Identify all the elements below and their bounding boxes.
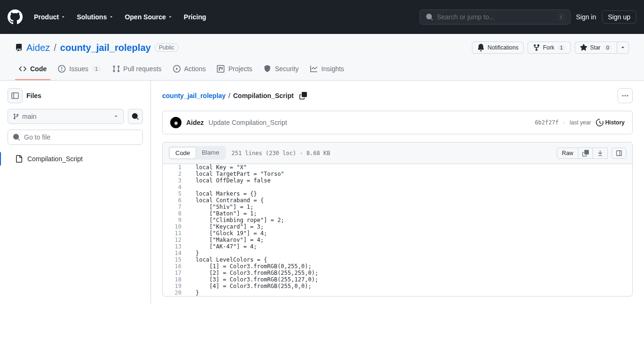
github-logo-icon[interactable] xyxy=(8,9,23,25)
star-button[interactable]: Star 0 xyxy=(575,41,617,54)
code-line[interactable]: 16 [1] = Color3.fromRGB(0,255,0); xyxy=(163,263,632,270)
code-line[interactable]: 11 ["Glock 19"] = 4; xyxy=(163,230,632,237)
code-line[interactable]: 3local OffDelay = false xyxy=(163,177,632,184)
avatar[interactable]: ◉ xyxy=(170,117,182,128)
line-number[interactable]: 14 xyxy=(163,250,191,256)
code-line[interactable]: 1local Key = "X" xyxy=(163,164,632,171)
code-line[interactable]: 2local TargetPart = "Torso" xyxy=(163,171,632,177)
fork-count: 1 xyxy=(557,45,566,50)
copy-raw-button[interactable] xyxy=(578,148,593,159)
issues-count: 1 xyxy=(92,66,100,72)
code-line[interactable]: 13 ["AK-47"] = 4; xyxy=(163,243,632,250)
star-dropdown[interactable] xyxy=(617,41,629,54)
code-line[interactable]: 6local Contraband = { xyxy=(163,197,632,204)
history-link[interactable]: History xyxy=(596,119,625,126)
blame-view-tab[interactable]: Blame xyxy=(196,147,225,159)
line-number[interactable]: 4 xyxy=(163,184,191,190)
line-number[interactable]: 9 xyxy=(163,217,191,223)
line-number[interactable]: 11 xyxy=(163,230,191,237)
code-line[interactable]: 19 [4] = Color3.fromRGB(255,0,0); xyxy=(163,283,632,289)
commit-hash[interactable]: 6b2f27f xyxy=(535,119,559,126)
line-content: local Key = "X" xyxy=(191,164,247,171)
line-number[interactable]: 6 xyxy=(163,197,191,204)
tab-code[interactable]: Code xyxy=(15,61,50,80)
line-number[interactable]: 20 xyxy=(163,289,191,296)
line-number[interactable]: 17 xyxy=(163,270,191,276)
commit-author[interactable]: Aidez xyxy=(186,119,204,126)
signup-button[interactable]: Sign up xyxy=(602,10,636,24)
table-icon xyxy=(217,65,224,73)
header-left: Product Solutions Open Source Pricing xyxy=(8,9,210,25)
more-actions-button[interactable] xyxy=(618,88,633,103)
line-number[interactable]: 2 xyxy=(163,171,191,177)
copy-icon xyxy=(582,150,589,156)
copy-path-button[interactable] xyxy=(297,89,310,102)
code-line[interactable]: 4 xyxy=(163,184,632,190)
file-filter-input[interactable] xyxy=(24,133,138,141)
tree-search-button[interactable] xyxy=(128,109,143,124)
nav-pricing[interactable]: Pricing xyxy=(180,9,210,25)
raw-button[interactable]: Raw xyxy=(557,148,578,159)
code-line[interactable]: 10 ["Keycard"] = 3; xyxy=(163,223,632,230)
line-number[interactable]: 12 xyxy=(163,237,191,243)
tab-actions[interactable]: Actions xyxy=(169,61,210,80)
chevron-down-icon xyxy=(620,45,626,50)
code-line[interactable]: 17 [2] = Color3.fromRGB(255,255,0); xyxy=(163,270,632,276)
code-body[interactable]: 1local Key = "X"2local TargetPart = "Tor… xyxy=(163,164,632,296)
commit-message[interactable]: Update Compilation_Script xyxy=(208,119,287,126)
fork-button[interactable]: Fork 1 xyxy=(528,41,571,54)
line-number[interactable]: 15 xyxy=(163,256,191,263)
repo-icon xyxy=(15,44,23,51)
tab-issues[interactable]: Issues1 xyxy=(54,61,105,80)
signin-link[interactable]: Sign in xyxy=(576,13,596,21)
copy-icon xyxy=(299,92,307,99)
repo-header: Aidez / county_jail_roleplay Public Noti… xyxy=(0,34,644,81)
line-number[interactable]: 13 xyxy=(163,243,191,250)
code-view-tab[interactable]: Code xyxy=(169,147,196,159)
code-line[interactable]: 8 ["Baton"] = 1; xyxy=(163,210,632,217)
file-tree-item[interactable]: Compilation_Script xyxy=(0,152,143,165)
nav-solutions[interactable]: Solutions xyxy=(73,9,117,25)
line-number[interactable]: 7 xyxy=(163,204,191,210)
code-line[interactable]: 14} xyxy=(163,250,632,256)
breadcrumb: county_jail_roleplay / Compilation_Scrip… xyxy=(162,88,633,103)
code-line[interactable]: 7 ["Shiv"] = 1; xyxy=(163,204,632,210)
chevron-down-icon xyxy=(109,15,114,19)
line-content: } xyxy=(191,250,199,256)
code-line[interactable]: 9 ["Climbing rope"] = 2; xyxy=(163,217,632,223)
tab-security[interactable]: Security xyxy=(260,61,303,80)
line-number[interactable]: 5 xyxy=(163,190,191,197)
line-number[interactable]: 19 xyxy=(163,283,191,289)
tab-projects[interactable]: Projects xyxy=(213,61,256,80)
search-input[interactable] xyxy=(437,13,554,21)
code-line[interactable]: 5local Markers = {} xyxy=(163,190,632,197)
star-icon xyxy=(580,44,587,51)
slash-hint: / xyxy=(558,14,564,20)
code-line[interactable]: 18 [3] = Color3.fromRGB(255,127,0); xyxy=(163,276,632,283)
tab-insights[interactable]: Insights xyxy=(306,61,348,80)
line-number[interactable]: 3 xyxy=(163,177,191,184)
shield-icon xyxy=(264,65,271,73)
code-line[interactable]: 12 ["Makarov"] = 4; xyxy=(163,237,632,243)
files-toggle[interactable] xyxy=(8,88,23,103)
owner-link[interactable]: Aidez xyxy=(26,42,50,53)
branch-selector[interactable]: main xyxy=(8,109,124,124)
code-line[interactable]: 20} xyxy=(163,289,632,296)
line-number[interactable]: 8 xyxy=(163,210,191,217)
nav-opensource[interactable]: Open Source xyxy=(121,9,176,25)
code-line[interactable]: 15local LevelColors = { xyxy=(163,256,632,263)
download-button[interactable] xyxy=(593,148,608,159)
global-search[interactable]: / xyxy=(420,9,570,25)
notifications-button[interactable]: Notifications xyxy=(472,41,523,54)
repo-link[interactable]: county_jail_roleplay xyxy=(60,42,151,53)
symbols-button[interactable] xyxy=(611,148,627,159)
line-number[interactable]: 10 xyxy=(163,223,191,230)
breadcrumb-root[interactable]: county_jail_roleplay xyxy=(162,92,226,99)
line-number[interactable]: 16 xyxy=(163,263,191,270)
nav-product[interactable]: Product xyxy=(30,9,69,25)
line-number[interactable]: 1 xyxy=(163,164,191,171)
tab-pulls[interactable]: Pull requests xyxy=(108,61,165,80)
go-to-file[interactable] xyxy=(8,130,143,145)
line-content: } xyxy=(191,289,199,296)
line-number[interactable]: 18 xyxy=(163,276,191,283)
